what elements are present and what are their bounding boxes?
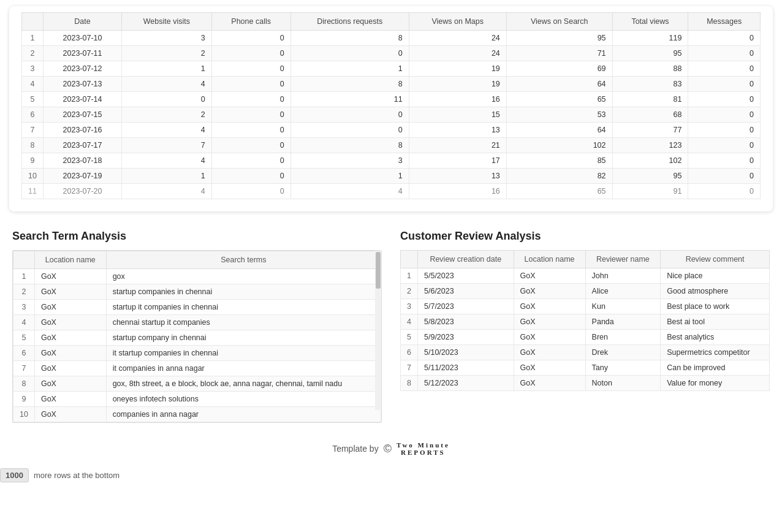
row-num-header <box>401 251 418 268</box>
table-cell: 7 <box>22 123 44 138</box>
search-table-wrapper[interactable]: Location nameSearch terms 1GoXgox2GoXsta… <box>12 250 382 423</box>
table-cell: 5/12/2023 <box>418 376 514 391</box>
table-cell: 5/5/2023 <box>418 268 514 284</box>
table-cell: GoX <box>34 392 106 407</box>
table-cell: GoX <box>514 345 585 360</box>
table-cell: 8 <box>290 31 409 46</box>
footer: Template by © Two Minute REPORTS <box>0 429 782 462</box>
search-analysis-panel: Search Term Analysis Location nameSearch… <box>12 230 382 423</box>
table-cell: 4 <box>122 184 212 199</box>
table-cell: 11 <box>290 92 409 107</box>
table-cell: 5 <box>22 92 44 107</box>
table-cell: 65 <box>506 92 612 107</box>
table-cell: 5 <box>401 330 418 345</box>
table-cell: 4 <box>13 315 35 330</box>
col-header: Views on Maps <box>409 13 506 31</box>
table-cell: 7 <box>401 360 418 376</box>
table-cell: startup company in chennai <box>106 330 381 346</box>
table-cell: Noton <box>585 376 661 391</box>
table-cell: 0 <box>290 123 409 138</box>
table-row: 1GoXgox <box>13 269 381 284</box>
table-cell: Best place to work <box>661 299 770 314</box>
table-row: 92023-07-1840317851020 <box>22 153 761 169</box>
table-cell: 2023-07-10 <box>44 31 122 46</box>
table-cell: GoX <box>514 284 585 299</box>
table-cell: 1 <box>290 169 409 184</box>
col-header: Views on Search <box>506 13 612 31</box>
table-row: 9GoXoneyes infotech solutions <box>13 392 381 407</box>
table-cell: 19 <box>409 77 506 92</box>
table-cell: 1 <box>22 31 44 46</box>
table-cell: 6 <box>22 107 44 123</box>
table-cell: 81 <box>612 92 688 107</box>
col-header: Messages <box>688 13 761 31</box>
col-header: Location name <box>34 251 106 269</box>
table-cell: 0 <box>688 184 761 199</box>
table-cell: GoX <box>34 407 106 422</box>
table-cell: 2023-07-18 <box>44 153 122 169</box>
table-row: 22023-07-112002471950 <box>22 46 761 61</box>
scrollbar[interactable] <box>375 251 381 410</box>
table-cell: 4 <box>22 77 44 92</box>
table-cell: 6 <box>401 345 418 360</box>
table-cell: startup it companies in chennai <box>106 300 381 315</box>
table-cell: 0 <box>211 61 290 77</box>
col-header: Date <box>44 13 122 31</box>
table-cell: 95 <box>612 169 688 184</box>
table-row: 45/8/2023GoXPandaBest ai tool <box>401 314 770 330</box>
table-cell: 21 <box>409 138 506 153</box>
table-row: 8GoXgox, 8th street, a e block, block ae… <box>13 376 381 392</box>
table-cell: GoX <box>34 346 106 361</box>
table-cell: 2 <box>13 284 35 300</box>
table-cell: 1 <box>122 61 212 77</box>
table-cell: 2023-07-14 <box>44 92 122 107</box>
table-cell: 3 <box>401 299 418 314</box>
table-cell: 0 <box>688 138 761 153</box>
table-cell: 0 <box>211 107 290 123</box>
table-cell: 0 <box>688 31 761 46</box>
table-row: 75/11/2023GoXTanyCan be improved <box>401 360 770 376</box>
table-cell: 0 <box>688 77 761 92</box>
table-cell: Can be improved <box>661 360 770 376</box>
table-row: 6GoXit startup companies in chennai <box>13 346 381 361</box>
search-analysis-title: Search Term Analysis <box>12 230 382 243</box>
table-cell: 95 <box>506 31 612 46</box>
table-row: 42023-07-134081964830 <box>22 77 761 92</box>
table-cell: 4 <box>122 123 212 138</box>
table-cell: 2023-07-16 <box>44 123 122 138</box>
table-cell: 9 <box>13 392 35 407</box>
table-cell: 2023-07-13 <box>44 77 122 92</box>
table-cell: 5/11/2023 <box>418 360 514 376</box>
table-cell: 16 <box>409 92 506 107</box>
table-cell: 10 <box>13 407 35 422</box>
table-cell: it startup companies in chennai <box>106 346 381 361</box>
table-cell: 102 <box>506 138 612 153</box>
table-cell: 0 <box>688 92 761 107</box>
table-cell: 2023-07-19 <box>44 169 122 184</box>
table-row: 72023-07-164001364770 <box>22 123 761 138</box>
table-cell: 2023-07-11 <box>44 46 122 61</box>
table-cell: 88 <box>612 61 688 77</box>
table-row: 55/9/2023GoXBrenBest analytics <box>401 330 770 345</box>
table-cell: John <box>585 268 661 284</box>
table-cell: 0 <box>211 92 290 107</box>
metrics-table: DateWebsite visitsPhone callsDirections … <box>21 12 761 199</box>
table-row: 12023-07-1030824951190 <box>22 31 761 46</box>
brand-logo: Two Minute REPORTS <box>397 441 450 456</box>
table-cell: 15 <box>409 107 506 123</box>
col-header: Reviewer name <box>585 251 661 268</box>
table-cell: 24 <box>409 46 506 61</box>
table-row: 65/10/2023GoXDrekSupermetrics competitor <box>401 345 770 360</box>
table-cell: 7 <box>13 361 35 376</box>
table-cell: 8 <box>290 138 409 153</box>
table-cell: 95 <box>612 46 688 61</box>
table-cell: oneyes infotech solutions <box>106 392 381 407</box>
table-cell: 0 <box>211 184 290 199</box>
table-cell: 8 <box>401 376 418 391</box>
table-cell: GoX <box>34 300 106 315</box>
scrollbar-thumb[interactable] <box>376 252 381 289</box>
table-row: 15/5/2023GoXJohnNice place <box>401 268 770 284</box>
table-cell: 1 <box>122 169 212 184</box>
table-cell: 3 <box>122 31 212 46</box>
table-cell: GoX <box>34 284 106 300</box>
